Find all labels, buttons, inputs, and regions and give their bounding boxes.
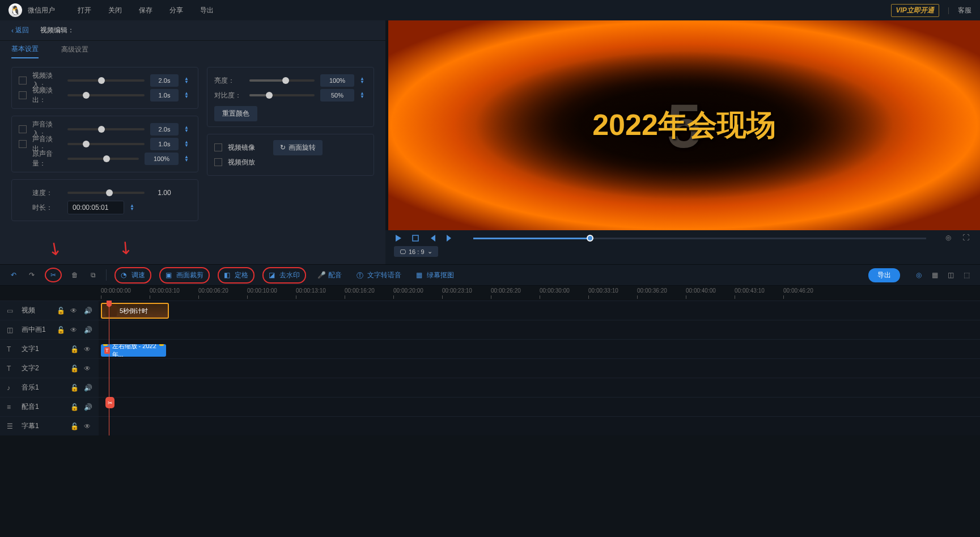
vip-badge[interactable]: VIP立即开通 (891, 4, 939, 17)
greenscreen-button[interactable]: ▦绿幕抠图 (413, 269, 457, 282)
menu-share[interactable]: 分享 (169, 6, 183, 15)
menu-open[interactable]: 打开 (78, 6, 91, 15)
stop-icon[interactable] (411, 234, 420, 243)
time-ruler[interactable]: 00:00:00:0000:00:03:1000:00:06:2000:00:1… (0, 286, 980, 301)
eye-icon[interactable]: 👁 (70, 326, 78, 334)
playhead[interactable] (109, 301, 109, 435)
next-frame-icon[interactable] (445, 234, 454, 243)
lock-icon[interactable]: 🔓 (70, 422, 78, 430)
video-fadein-checkbox[interactable] (19, 77, 27, 84)
brightness-value[interactable]: 100% (320, 74, 354, 87)
text2-track-label: 文字2 (22, 363, 65, 373)
ruler-tick: 00:00:36:20 (637, 287, 667, 294)
audio-fadeout-value[interactable]: 1.0s (150, 138, 179, 150)
ruler-tick: 00:00:30:00 (540, 287, 570, 294)
delete-icon[interactable]: 🗑 (70, 270, 80, 280)
volume-value[interactable]: 100% (145, 153, 179, 165)
contrast-slider[interactable] (249, 94, 315, 96)
contrast-value[interactable]: 50% (320, 89, 354, 102)
eye-icon[interactable]: 👁 (84, 365, 92, 373)
crop-button[interactable]: ▣画面裁剪 (162, 269, 207, 282)
speed-icon: ◔ (121, 271, 129, 279)
menu-close[interactable]: 关闭 (108, 6, 122, 15)
preview-viewport[interactable]: 5 2022年会现场 (388, 20, 980, 230)
video-fadeout-checkbox[interactable] (19, 91, 27, 99)
aspect-ratio-button[interactable]: 🖵 16 : 9 ⌄ (394, 246, 438, 257)
freeze-button[interactable]: ◧定格 (220, 269, 252, 282)
menu-save[interactable]: 保存 (139, 6, 152, 15)
speaker-icon[interactable]: 🔊 (84, 403, 92, 411)
audio-fadeout-slider[interactable] (67, 143, 145, 145)
video-fadeout-value[interactable]: 1.0s (150, 89, 179, 102)
brightness-slider[interactable] (249, 79, 315, 82)
speed-slider[interactable] (67, 192, 145, 194)
settings-icon[interactable]: ⬚ (961, 270, 971, 280)
audio-fadein-slider[interactable] (67, 128, 145, 130)
spinner-icon[interactable]: ▲▼ (184, 77, 191, 84)
volume-slider[interactable] (67, 158, 139, 160)
split-icon[interactable]: ⧉ (88, 270, 98, 280)
tts-button[interactable]: Ⓣ文字转语音 (353, 269, 405, 282)
play-icon[interactable] (394, 234, 403, 243)
spinner-icon[interactable]: ▲▼ (184, 155, 191, 162)
audio-fadein-value[interactable]: 2.0s (150, 123, 179, 136)
reset-color-button[interactable]: 重置颜色 (214, 106, 257, 121)
tab-basic[interactable]: 基本设置 (11, 44, 39, 58)
duration-input[interactable]: 00:00:05:01 (67, 201, 124, 214)
spinner-icon[interactable]: ▲▼ (130, 204, 137, 211)
dub-track-icon: ≡ (7, 403, 16, 411)
speaker-icon[interactable]: 🔊 (84, 384, 92, 392)
undo-icon[interactable]: ↶ (9, 270, 19, 280)
export-button[interactable]: 导出 (868, 268, 900, 282)
text-track-icon: T (7, 365, 16, 373)
eye-icon[interactable]: 👁 (84, 345, 92, 353)
spinner-icon[interactable]: ▲▼ (184, 141, 191, 147)
lock-icon[interactable]: 🔓 (57, 307, 65, 315)
spinner-icon[interactable]: ▲▼ (360, 92, 367, 99)
reverse-label: 视频倒放 (228, 158, 255, 167)
back-button[interactable]: ‹ 返回 (11, 26, 29, 35)
zoom-fit-icon[interactable]: ◎ (914, 270, 924, 280)
speaker-icon[interactable]: 🔊 (84, 326, 92, 334)
tab-advanced[interactable]: 高级设置 (61, 45, 88, 58)
text-clip[interactable]: T 左右缩放 - 2022年... (101, 344, 166, 357)
subtitle-track-label: 字幕1 (22, 421, 65, 431)
snapshot-icon[interactable]: ◎ (945, 234, 954, 243)
layout-icon[interactable]: ◫ (945, 270, 956, 280)
lock-icon[interactable]: 🔓 (70, 403, 78, 411)
subtitle-track-icon: ☰ (7, 422, 16, 430)
pip-track-icon: ◫ (7, 326, 16, 334)
prev-frame-icon[interactable] (428, 234, 437, 243)
customer-service[interactable]: 客服 (958, 6, 971, 15)
menu-export[interactable]: 导出 (200, 6, 214, 15)
fullscreen-icon[interactable]: ⛶ (962, 234, 971, 243)
lock-icon[interactable]: 🔓 (70, 384, 78, 392)
spinner-icon[interactable]: ▲▼ (360, 77, 367, 84)
user-avatar[interactable]: 🐧 (9, 3, 22, 17)
watermark-button[interactable]: ◪去水印 (265, 269, 303, 282)
preview-progress[interactable] (473, 238, 926, 239)
video-fadein-slider[interactable] (67, 79, 145, 82)
redo-icon[interactable]: ↷ (27, 270, 37, 280)
spinner-icon[interactable]: ▲▼ (184, 92, 191, 99)
cut-marker[interactable]: ✂ (105, 397, 114, 408)
reverse-checkbox[interactable] (214, 158, 222, 166)
lock-icon[interactable]: 🔓 (70, 365, 78, 373)
spinner-icon[interactable]: ▲▼ (184, 126, 191, 133)
video-track-label: 视频 (22, 306, 51, 315)
grid-icon[interactable]: ▦ (930, 270, 940, 280)
lock-icon[interactable]: 🔓 (57, 326, 65, 334)
video-fadein-value[interactable]: 2.0s (150, 74, 179, 87)
video-fadeout-slider[interactable] (67, 94, 145, 96)
eye-icon[interactable]: 👁 (70, 307, 78, 315)
rotate-button[interactable]: ↻ 画面旋转 (273, 140, 323, 155)
audio-fadein-checkbox[interactable] (19, 125, 27, 133)
lock-icon[interactable]: 🔓 (70, 345, 78, 353)
dub-button[interactable]: 🎤配音 (314, 269, 345, 282)
speaker-icon[interactable]: 🔊 (84, 307, 92, 315)
cut-icon[interactable]: ✂ (48, 270, 58, 280)
audio-fadeout-checkbox[interactable] (19, 140, 27, 148)
mirror-checkbox[interactable] (214, 143, 222, 151)
speed-button[interactable]: ◔调速 (117, 269, 149, 282)
eye-icon[interactable]: 👁 (84, 422, 92, 430)
